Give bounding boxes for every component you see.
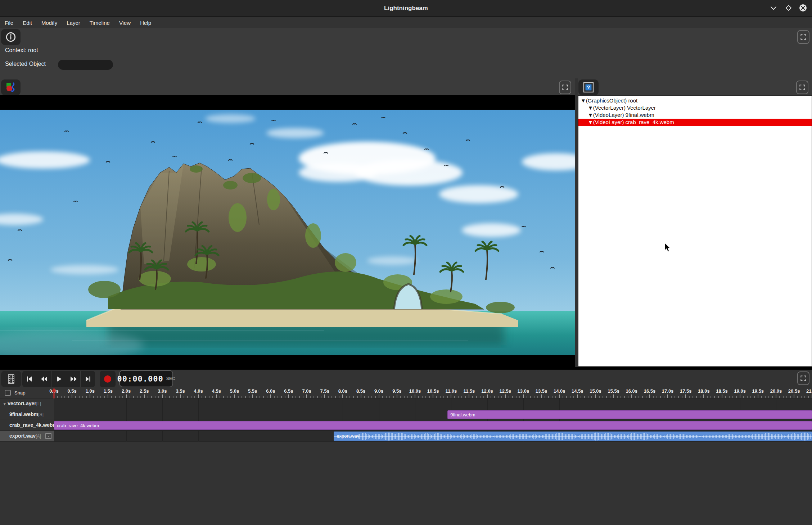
ruler-tick [664, 396, 664, 398]
disclosure-triangle-icon[interactable]: ▾ [0, 402, 8, 406]
menu-file[interactable]: File [0, 17, 18, 28]
waveform-bar [543, 435, 544, 439]
ruler-tick [242, 396, 242, 398]
selected-object-field[interactable] [58, 60, 113, 70]
play-button[interactable] [51, 371, 66, 387]
ruler-tick [743, 396, 744, 398]
skip-to-end-icon [84, 375, 92, 383]
tree-item--vectorlayer-vectorlayer[interactable]: ▼(VectorLayer) VectorLayer [578, 104, 812, 111]
waveform-bar [476, 434, 477, 438]
waveform-bar [649, 434, 649, 439]
waveform-bar [417, 435, 418, 438]
ruler-tick [559, 394, 560, 398]
tree-panel-tab[interactable]: ? [578, 79, 599, 95]
ruler-tick [278, 396, 278, 398]
menu-layer[interactable]: Layer [62, 17, 85, 28]
waveform-bar [497, 435, 498, 438]
waveform-bar [754, 434, 754, 439]
ruler-tick [57, 396, 58, 398]
stage-canvas[interactable] [0, 95, 575, 367]
ruler-tick [675, 396, 675, 398]
waveform-bar [800, 434, 800, 439]
track-label-VectorLayer[interactable]: ▾VectorLayer[L] [0, 398, 54, 409]
playhead[interactable] [51, 388, 57, 398]
clip-export.wav[interactable]: export.wav [334, 432, 812, 441]
waveform-bar [376, 434, 377, 439]
timeline-tab[interactable] [1, 371, 21, 387]
waveform-bar [795, 434, 796, 439]
rewind-button[interactable] [37, 371, 51, 387]
tree-panel-fullscreen-button[interactable] [796, 81, 808, 94]
waveform-bar [420, 435, 420, 438]
waveform-bar [614, 435, 615, 438]
track-lane-VectorLayer[interactable] [54, 398, 812, 409]
fast-forward-button[interactable] [66, 371, 81, 387]
info-panel-fullscreen-button[interactable] [797, 30, 809, 44]
waveform-bar [402, 433, 403, 440]
waveform-bar [531, 435, 531, 438]
tree-item--graphicsobject-root[interactable]: ▼(GraphicsObject) root [578, 97, 812, 104]
waveform-bar [590, 434, 590, 438]
menu-help[interactable]: Help [135, 17, 156, 28]
stage-tab[interactable] [1, 79, 21, 95]
timeline-fullscreen-button[interactable] [797, 371, 809, 385]
menu-modify[interactable]: Modify [37, 17, 62, 28]
ruler-tick [342, 394, 343, 398]
ruler-tick [436, 396, 437, 398]
waveform-bar [523, 434, 524, 439]
waveform-bar [395, 434, 396, 439]
clip-9final.webm[interactable]: 9final.webm [447, 410, 812, 419]
maximize-button[interactable] [783, 3, 794, 13]
tree-item--videolayer-9final-webm[interactable]: ▼(VideoLayer) 9final.webm [578, 111, 812, 119]
info-panel-tab[interactable] [1, 29, 21, 45]
waveform-bar [516, 435, 517, 438]
track-toggle[interactable]: - [45, 433, 51, 439]
snap-checkbox[interactable] [5, 390, 11, 396]
clip-crab_rave_4k.webm[interactable]: crab_rave_4k.webm [54, 421, 812, 430]
waveform-bar [464, 435, 465, 439]
ruler-tick [700, 396, 700, 398]
waveform-bar [767, 433, 767, 440]
track-label-9final.webm[interactable]: 9final.webm[S] [0, 409, 54, 420]
ruler-tick [82, 396, 83, 398]
ruler-tick [631, 394, 632, 398]
waveform-bar [764, 434, 764, 439]
menu-view[interactable]: View [114, 17, 135, 28]
close-button[interactable] [798, 3, 808, 13]
track-name: 9final.webm [9, 411, 38, 417]
ruler-tick [238, 396, 239, 398]
ruler-tick [797, 396, 798, 398]
menu-timeline[interactable]: Timeline [85, 17, 114, 28]
waveform-bar [515, 435, 515, 439]
minimize-button[interactable] [768, 3, 779, 13]
waveform-bar [522, 434, 523, 439]
waveform-bar [562, 433, 563, 440]
waveform-bar [794, 433, 795, 439]
ruler-tick [472, 396, 473, 398]
skip-to-end-button[interactable] [80, 371, 95, 387]
track-label-crab_rave_4k.webm[interactable]: crab_rave_4k.webm[S] [0, 420, 54, 431]
ruler-tick [249, 396, 249, 398]
waveform-bar [682, 434, 682, 439]
waveform-bar [736, 435, 737, 438]
waveform-bar [797, 434, 798, 439]
clip-label: 9final.webm [450, 411, 475, 419]
ruler-tick [108, 394, 108, 398]
tree-item--videolayer-crab-rave-4k-webm[interactable]: ▼(VideoLayer) crab_rave_4k.webm [578, 119, 812, 126]
ruler-tick [162, 394, 163, 398]
record-button[interactable] [100, 371, 116, 387]
waveform-bar [500, 435, 501, 438]
menu-bar: FileEditModifyLayerTimelineViewHelp [0, 16, 812, 29]
menu-edit[interactable]: Edit [18, 17, 37, 28]
waveform-bar [479, 435, 479, 438]
waveform-bar [433, 434, 433, 439]
skip-to-start-button[interactable] [22, 371, 37, 387]
ruler-tick [573, 396, 574, 398]
waveform-bar [443, 435, 443, 438]
waveform-bar [408, 435, 409, 438]
stage-fullscreen-button[interactable] [559, 81, 571, 94]
ruler-tick [296, 396, 296, 398]
waveform-bar [630, 434, 631, 439]
ruler-tick [689, 396, 690, 398]
waveform-bar [657, 434, 658, 439]
